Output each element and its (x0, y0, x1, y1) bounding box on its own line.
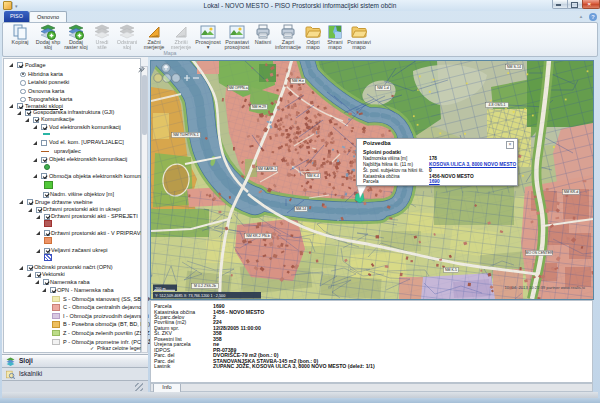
svg-text:NM-14: NM-14 (296, 207, 307, 211)
svg-text:NM 1-d: NM 1-d (377, 86, 389, 90)
svg-text:10. 04. 2013 10:21:39 partn: 10. 04. 2013 10:21:39 partner www.realis… (504, 285, 585, 290)
svg-text:NM KR-2 PN-b: NM KR-2 PN-b (246, 234, 269, 238)
svg-text:NM H-29: NM H-29 (252, 105, 266, 109)
svg-text:Y: 512,509.4685 X: 73,766.12: Y: 512,509.4685 X: 73,766.1200 1 : 2,500 (155, 294, 225, 298)
svg-text:M 0-2 ZSS-2b: M 0-2 ZSS-2b (194, 284, 216, 288)
svg-text:NM K-4: NM K-4 (307, 174, 319, 178)
svg-text:NM K-5: NM K-5 (445, 268, 457, 272)
svg-text:NM TU/HTP/S-1: NM TU/HTP/S-1 (173, 133, 198, 137)
svg-text:NM KARE-5: NM KARE-5 (257, 167, 276, 171)
svg-text:NM S-14: NM S-14 (507, 65, 521, 69)
svg-text:NM H-e: NM H-e (292, 79, 304, 83)
svg-text:NM KR-d: NM KR-d (564, 190, 578, 194)
svg-text:4-8 OS/5-1: 4-8 OS/5-1 (488, 103, 505, 107)
svg-text:NM OPPN-a: NM OPPN-a (228, 86, 248, 90)
svg-text:MO OS CENTER: MO OS CENTER (525, 251, 553, 255)
